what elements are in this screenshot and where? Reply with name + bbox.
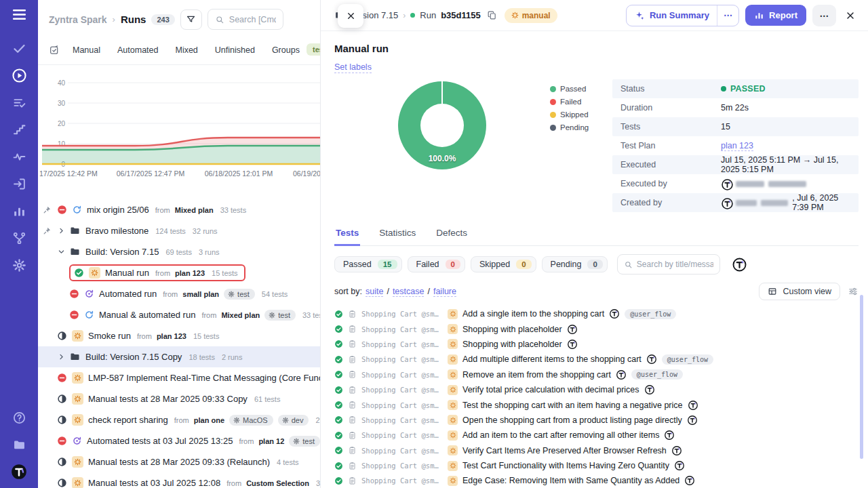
tree-row[interactable]: Manual tests at 28 Mar 2025 09:33 Copy61… [38,388,320,409]
nav-help[interactable] [9,409,29,426]
test-row[interactable]: Shopping Cart @sm…Add a single item to t… [334,306,859,321]
filter-passed[interactable]: Passed15 [334,256,402,272]
test-row[interactable]: Shopping Cart @sm…Verify total price cal… [334,382,859,397]
test-row[interactable]: Shopping Cart @sm…Test the shopping cart… [334,397,859,412]
sort-by-failure[interactable]: failure [433,287,456,297]
nav-milestones[interactable] [9,121,29,138]
user-avatar-icon [721,178,732,189]
runs-search-box[interactable] [208,9,283,30]
nav-test-plans[interactable] [9,94,29,110]
test-row[interactable]: Shopping Cart @sm…Add multiple different… [334,352,859,367]
tab-mixed[interactable]: Mixed [175,45,197,55]
status-stopped-icon [57,436,67,446]
test-tag[interactable]: @user_flow [625,309,676,319]
left-panel-close-button[interactable] [338,4,363,28]
tree-row[interactable]: Manual & automated runfromMixed plantest… [38,304,320,325]
test-search-box[interactable] [617,254,720,274]
tree-row[interactable]: Build: Version 7.1569 tests3 runs [38,241,320,262]
details-label: Tests [620,122,721,131]
test-row[interactable]: Shopping Cart @sm…Test Cart Functionalit… [334,458,859,473]
from-label: from [163,290,178,298]
chevron-right-icon[interactable] [57,226,66,235]
tree-row[interactable]: LMP-587 Implement Real-Time Chat Messagi… [38,367,320,388]
user-avatar[interactable] [9,464,29,480]
tree-row[interactable]: mix origin 25/06fromMixed plan33 tests [38,199,320,220]
test-row[interactable]: Shopping Cart @sm…Verify Cart Items Are … [334,443,859,458]
tree-row[interactable]: Manual runfromplan 12315 tests [38,262,320,283]
plan-name[interactable]: plan 123 [175,269,205,277]
test-row[interactable]: Shopping Cart @sm…Add an item to the car… [334,428,859,443]
select-runs-icon[interactable] [49,45,60,56]
set-labels-link[interactable]: Set labels [334,62,372,73]
tree-item-label: Automated tests at 03 Jul 2025 13:25 [87,436,233,446]
tree-row[interactable]: Automated tests at 03 Jul 2025 13:25from… [38,430,320,451]
test-search-input[interactable] [637,260,713,269]
plan-name[interactable]: small plan [182,290,219,298]
test-row[interactable]: Shopping Cart @sm…Remove an item from th… [334,367,859,382]
run-summary-button[interactable]: Run Summary ⋯ [626,5,739,26]
test-row[interactable]: Shopping Cart @sm…Shopping with placehol… [334,321,859,336]
nav-integrations[interactable] [9,230,29,246]
pin-icon[interactable] [43,205,52,214]
plan-name[interactable]: Custom Selection [246,479,309,487]
tree-row[interactable]: Smoke runfromplan 12315 tests [38,325,320,346]
test-plan-link[interactable]: plan 123 [721,141,753,151]
plan-name[interactable]: plan one [194,416,224,424]
filter-failed[interactable]: Failed0 [408,256,465,272]
svg-text:06/19/2025: 06/19/2025 [293,169,321,178]
tree-row[interactable]: Manual tests at 28 Mar 2025 09:33 (Relau… [38,451,320,472]
test-row[interactable]: Shopping Cart @sm…Open the shopping cart… [334,413,859,428]
view-settings-icon[interactable] [848,286,859,297]
tab-groups[interactable]: Groups [272,45,300,55]
tab-manual[interactable]: Manual [73,45,100,55]
test-row[interactable]: Shopping Cart @sm…Edge Case: Removing It… [334,473,859,488]
test-tag[interactable]: @user_flow [631,369,683,380]
filter-button[interactable] [180,9,202,30]
nav-defects[interactable] [9,148,29,165]
nav-projects[interactable] [9,436,29,453]
filter-pending[interactable]: Pending0 [542,256,608,272]
report-button[interactable]: Report [745,5,806,26]
scrollbar[interactable] [860,295,863,459]
tests-count: 29 tests [315,416,320,424]
assignee-avatar[interactable] [732,257,747,272]
test-tag[interactable]: @user_flow [662,354,713,365]
tab-tests[interactable]: Tests [334,222,360,246]
sort-by-testcase[interactable]: testcase [393,287,425,297]
nav-runs[interactable] [9,67,29,83]
tab-automated[interactable]: Automated [117,45,158,55]
pin-icon[interactable] [43,226,52,235]
tree-row[interactable]: Build: Version 7.15 Copy18 tests2 runs [38,346,320,367]
custom-view-button[interactable]: Custom view [759,283,840,300]
run-summary-more-button[interactable]: ⋯ [717,5,738,26]
chevron-down-icon[interactable] [57,247,66,256]
nav-reports[interactable] [9,203,29,219]
nav-inbox[interactable] [9,176,29,192]
plan-name[interactable]: plan 12 [258,437,284,445]
tree-row[interactable]: Manual tests at 03 Jul 2025 12:08fromCus… [38,472,320,488]
testcase-icon [348,431,357,440]
copy-run-id-button[interactable] [487,10,497,20]
nav-settings[interactable] [9,257,29,273]
sort-links: suite/testcase/failure [362,287,460,296]
plan-name[interactable]: plan 123 [157,332,186,340]
automated-run-icon [72,436,82,446]
tree-row[interactable]: Bravo milestone124 tests32 runs [38,220,320,241]
runs-search-input[interactable] [229,15,276,24]
sort-by-suite[interactable]: suite [366,287,383,297]
close-details-button[interactable] [842,7,859,24]
plan-name[interactable]: Mixed plan [175,206,214,214]
test-row[interactable]: Shopping Cart @sm…Shopping with placehol… [334,337,859,352]
filter-skipped[interactable]: Skipped0 [471,256,536,272]
project-name[interactable]: Zyntra Spark [49,14,107,25]
nav-test-cases[interactable] [9,40,29,56]
more-actions-button[interactable]: ⋯ [812,5,836,26]
tree-row[interactable]: check report sharingfromplan oneMacOSdev… [38,409,320,430]
tab-unfinished[interactable]: Unfinished [215,45,255,55]
tree-row[interactable]: Automated runfromsmall plantest54 tests [38,283,320,304]
plan-name[interactable]: Mixed plan [221,311,260,319]
tab-statistics[interactable]: Statistics [378,222,417,245]
menu-icon[interactable] [9,6,29,22]
tab-defects[interactable]: Defects [435,222,469,245]
chevron-right-icon[interactable] [57,352,66,361]
